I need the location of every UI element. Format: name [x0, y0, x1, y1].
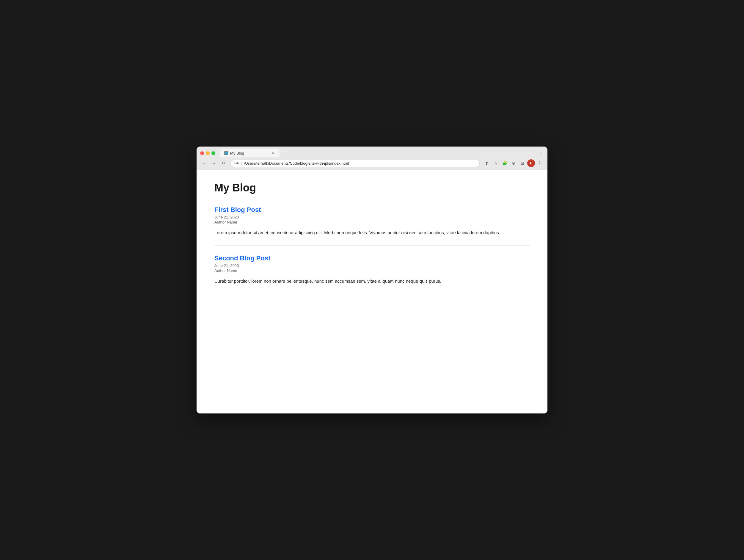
post-item: Second Blog Post June 21, 2023 Author Na… — [214, 245, 530, 294]
close-button[interactable] — [200, 151, 204, 155]
tab-close-button[interactable]: × — [271, 151, 275, 155]
post-list: First Blog Post June 21, 2023 Author Nam… — [214, 203, 530, 294]
menu-button[interactable]: ⋮ — [535, 159, 544, 167]
file-protocol-label: File — [234, 161, 240, 165]
post-excerpt: Lorem ipsum dolor sit amet, consectetur … — [214, 229, 530, 236]
window-controls — [200, 151, 215, 155]
tab-title: My Blog — [230, 151, 269, 155]
tab-list-chevron-icon[interactable]: ⌄ — [538, 150, 544, 157]
blog-heading: My Blog — [214, 182, 530, 194]
maximize-button[interactable] — [212, 151, 215, 155]
post-item: First Blog Post June 21, 2023 Author Nam… — [214, 203, 530, 245]
toolbar-actions: ⬆ ☆ 🧩 ⊘ ⊡ F ⋮ — [483, 159, 544, 167]
tab-bar: 🌐 My Blog × + ⌄ — [196, 147, 548, 157]
post-author: Author Name — [214, 220, 530, 225]
tab-grid-button[interactable]: ⊡ — [518, 159, 527, 167]
bookmark-button[interactable]: ☆ — [491, 159, 500, 167]
reload-button[interactable]: ↻ — [219, 159, 227, 167]
tab-favicon-icon: 🌐 — [224, 151, 228, 155]
page-content: My Blog First Blog Post June 21, 2023 Au… — [196, 170, 548, 413]
post-title-link[interactable]: First Blog Post — [214, 206, 530, 214]
post-date: June 21, 2023 — [214, 263, 530, 268]
post-author: Author Name — [214, 269, 530, 273]
history-button[interactable]: ⊘ — [509, 159, 518, 167]
title-bar: 🌐 My Blog × + ⌄ ← → ↻ File | /Users/ferh… — [196, 147, 548, 170]
url-separator: | — [241, 161, 243, 165]
address-bar: ← → ↻ File | /Users/ferhatk/Documents/Co… — [196, 157, 548, 170]
active-tab[interactable]: 🌐 My Blog × — [220, 149, 280, 157]
url-bar[interactable]: File | /Users/ferhatk/Documents/Code/blo… — [230, 160, 480, 167]
profile-button[interactable]: F — [527, 159, 535, 167]
extensions-button[interactable]: 🧩 — [500, 159, 509, 167]
post-excerpt: Curabitur porttitor, lorem non ornare pe… — [214, 278, 530, 285]
forward-button[interactable]: → — [210, 159, 218, 167]
back-button[interactable]: ← — [200, 159, 209, 167]
url-text: /Users/ferhatk/Documents/Code/blog-site-… — [244, 161, 476, 166]
new-tab-button[interactable]: + — [282, 149, 290, 157]
minimize-button[interactable] — [206, 151, 210, 155]
share-button[interactable]: ⬆ — [483, 159, 491, 167]
post-title-link[interactable]: Second Blog Post — [214, 254, 530, 262]
post-date: June 21, 2023 — [214, 215, 530, 219]
browser-window: 🌐 My Blog × + ⌄ ← → ↻ File | /Users/ferh… — [196, 147, 548, 413]
